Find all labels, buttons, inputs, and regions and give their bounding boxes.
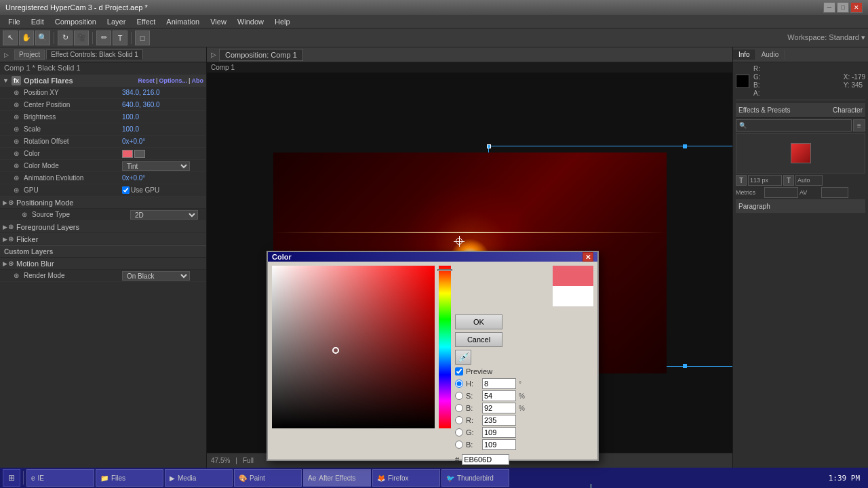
effects-search[interactable]: 🔍 — [736, 119, 852, 131]
field-value-g[interactable] — [482, 427, 516, 438]
menu-bar: File Edit Composition Layer Effect Anima… — [0, 15, 868, 28]
radio-h[interactable] — [455, 380, 463, 388]
maximize-button[interactable]: □ — [837, 2, 849, 13]
playhead[interactable] — [591, 484, 591, 488]
hue-slider[interactable] — [439, 266, 451, 428]
field-value-h[interactable] — [482, 378, 516, 389]
tool-shape[interactable]: □ — [135, 30, 150, 45]
kern-input[interactable] — [821, 187, 848, 198]
prop-row-color-mode: ⊛ Color Mode Tint Add Multiply — [0, 160, 206, 172]
menu-animation[interactable]: Animation — [161, 16, 205, 27]
menu-view[interactable]: View — [205, 16, 232, 27]
field-value-r[interactable] — [482, 415, 516, 426]
abo-btn[interactable]: Abo — [192, 77, 204, 84]
effects-menu-btn[interactable]: ≡ — [853, 119, 865, 131]
taskbar-files[interactable]: 📁 Files — [96, 469, 163, 487]
ok-button[interactable]: OK — [455, 314, 502, 329]
radio-r[interactable] — [455, 416, 463, 424]
radio-blue[interactable] — [455, 441, 463, 449]
comp-tab[interactable]: Composition: Comp 1 — [219, 49, 303, 61]
tool-hand[interactable]: ✋ — [19, 30, 34, 45]
menu-layer[interactable]: Layer — [102, 16, 132, 27]
menu-effect[interactable]: Effect — [131, 16, 161, 27]
color-preview-area — [455, 266, 593, 306]
menu-file[interactable]: File — [3, 16, 26, 27]
effects-controls: 🔍 ≡ — [736, 119, 865, 131]
type-tool-T[interactable]: T — [736, 175, 747, 186]
minimize-button[interactable]: ─ — [823, 2, 835, 13]
prop-value-position-xy[interactable]: 384.0, 216.0 — [122, 89, 203, 96]
tab-effect-controls[interactable]: Effect Controls: Black Solid 1 — [46, 49, 143, 60]
source-type-select[interactable]: 2D 3D — [130, 210, 198, 220]
dialog-close-button[interactable]: ✕ — [583, 252, 593, 262]
tool-arrow[interactable]: ↖ — [3, 30, 18, 45]
gpu-checkbox-label[interactable]: Use GPU — [122, 186, 159, 194]
source-type-dropdown[interactable]: 2D 3D — [130, 210, 198, 220]
field-value-s[interactable] — [482, 390, 516, 401]
prop-value-brightness[interactable]: 100.0 — [122, 113, 203, 121]
taskbar-media[interactable]: ▶ Media — [165, 469, 233, 487]
tool-text[interactable]: T — [113, 30, 127, 45]
prop-icon-rotation: ⊛ — [14, 138, 22, 146]
radio-g[interactable] — [455, 428, 463, 436]
start-button[interactable]: ⊞ — [3, 469, 20, 487]
tool-rotate[interactable]: ↻ — [58, 30, 73, 45]
radio-b[interactable] — [455, 404, 463, 412]
positioning-mode-arrow: ▶ — [3, 199, 8, 206]
taskbar-ae[interactable]: Ae After Effects — [303, 469, 371, 487]
menu-edit[interactable]: Edit — [26, 16, 50, 27]
motion-blur-group[interactable]: ▶ ⊛ Motion Blur — [0, 258, 206, 270]
right-panel-tabs[interactable]: Info Audio — [733, 47, 868, 62]
prop-value-animation-evolution[interactable]: 0x+0.0° — [122, 174, 203, 182]
optical-flares-header[interactable]: ▼ fx Optical Flares Reset | Options... |… — [0, 75, 206, 87]
close-button[interactable]: ✕ — [850, 2, 863, 13]
field-row-h: H: ° — [455, 378, 593, 389]
menu-help[interactable]: Help — [269, 16, 296, 27]
color-mode-select[interactable]: Tint Add Multiply — [122, 161, 190, 171]
prop-row-animation-evolution: ⊛ Animation Evolution 0x+0.0° — [0, 172, 206, 184]
preview-checkbox[interactable] — [455, 367, 463, 375]
taskbar-thunderbird[interactable]: 🐦 Thunderbird — [441, 469, 509, 487]
tab-audio[interactable]: Audio — [756, 49, 785, 60]
prop-value-center-position[interactable]: 640.0, 360.0 — [122, 101, 203, 108]
gpu-checkbox[interactable] — [122, 186, 130, 194]
panel-tabs[interactable]: Project Effect Controls: Black Solid 1 — [14, 49, 143, 60]
radio-s[interactable] — [455, 392, 463, 400]
render-mode-select[interactable]: On Black On Transparent Add — [122, 271, 190, 281]
taskbar-firefox[interactable]: 🦊 Firefox — [372, 469, 440, 487]
effects-preview — [736, 133, 865, 174]
color-mode-dropdown[interactable]: Tint Add Multiply — [122, 161, 190, 171]
tool-zoom[interactable]: 🔍 — [35, 30, 50, 45]
positioning-mode-group[interactable]: ▶ ⊛ Positioning Mode — [0, 197, 206, 209]
color-gradient-picker[interactable] — [272, 266, 435, 428]
metrics-input[interactable] — [764, 187, 798, 198]
foreground-layers-group[interactable]: ▶ ⊛ Foreground Layers — [0, 221, 206, 233]
prop-value-rotation-offset[interactable]: 0x+0.0° — [122, 138, 203, 145]
reset-btn[interactable]: Reset — [138, 77, 155, 84]
tool-pen[interactable]: ✏ — [96, 30, 111, 45]
cancel-button[interactable]: Cancel — [455, 332, 502, 347]
options-btn[interactable]: Options... — [159, 77, 187, 84]
prop-label-brightness: ⊛ Brightness — [14, 113, 122, 121]
tab-info[interactable]: Info — [733, 49, 756, 60]
window-controls[interactable]: ─ □ ✕ — [823, 2, 863, 13]
menu-composition[interactable]: Composition — [50, 16, 102, 27]
tab-project[interactable]: Project — [14, 49, 45, 60]
font-size-input[interactable]: 113 px — [748, 175, 782, 186]
flicker-group[interactable]: ▶ ⊛ Flicker — [0, 233, 206, 245]
color-eyedropper[interactable] — [134, 150, 145, 158]
field-value-b[interactable] — [482, 403, 516, 413]
taskbar-paint[interactable]: 🎨 Paint — [234, 469, 302, 487]
color-swatch[interactable] — [122, 150, 133, 158]
type-tool-T2[interactable]: T — [783, 175, 794, 186]
prop-value-scale[interactable]: 100.0 — [122, 125, 203, 133]
eyedropper-button[interactable]: 💉 — [455, 350, 471, 365]
taskbar-ie[interactable]: e IE — [26, 469, 94, 487]
hex-input[interactable]: EB606D — [462, 454, 509, 465]
crosshair[interactable] — [454, 236, 465, 247]
font-size-input2[interactable]: Auto — [795, 175, 823, 186]
menu-window[interactable]: Window — [232, 16, 269, 27]
field-value-blue[interactable] — [482, 439, 516, 450]
render-mode-dropdown[interactable]: On Black On Transparent Add — [122, 271, 190, 281]
tool-camera[interactable]: 🎥 — [74, 30, 89, 45]
